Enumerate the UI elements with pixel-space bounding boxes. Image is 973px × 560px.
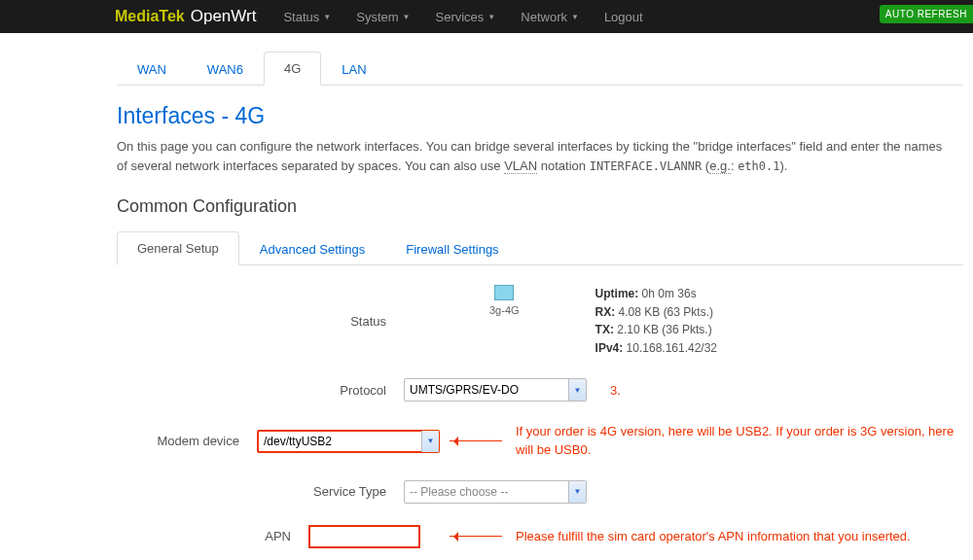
subtab-firewall[interactable]: Firewall Settings: [385, 232, 519, 265]
row-status: Status 3g-4G Uptime: 0h 0m 36s RX: 4.08 …: [117, 285, 963, 357]
nav-services[interactable]: Services▼: [436, 10, 496, 24]
nav-logout[interactable]: Logout: [604, 10, 643, 24]
page-description: On this page you can configure the netwo…: [117, 137, 954, 175]
brand-openwrt: OpenWrt: [191, 7, 257, 26]
service-select[interactable]: -- Please choose --: [404, 480, 587, 504]
label-protocol: Protocol: [117, 383, 404, 398]
section-heading: Common Configuration: [117, 196, 963, 217]
abbr-eg: e.g.: [709, 158, 731, 174]
protocol-select[interactable]: UMTS/GPRS/EV-DO: [404, 378, 587, 402]
label-apn: APN: [117, 529, 308, 543]
page-title: Interfaces - 4G: [117, 103, 963, 129]
chevron-down-icon: ▼: [403, 13, 411, 21]
abbr-vlan: VLAN: [504, 158, 537, 174]
chevron-down-icon: ▼: [571, 13, 579, 21]
row-apn: APN Please fulfill the sim card operator…: [117, 525, 963, 548]
top-navbar: MediaTek OpenWrt Status▼ System▼ Service…: [0, 0, 973, 33]
interface-tabs: WAN WAN6 4G LAN: [117, 51, 963, 86]
tab-lan[interactable]: LAN: [321, 52, 386, 86]
label-service: Service Type: [117, 484, 404, 499]
brand-mediatek: MediaTek: [115, 8, 185, 25]
network-device-icon: [494, 285, 514, 300]
label-modem: Modem device: [117, 434, 257, 448]
nav-system[interactable]: System▼: [356, 10, 410, 24]
annotation-apn: Please fulfill the sim card operator's A…: [516, 528, 963, 545]
auto-refresh-badge[interactable]: AUTO REFRESH: [880, 5, 973, 23]
nav-network[interactable]: Network▼: [521, 10, 579, 24]
tab-wan6[interactable]: WAN6: [187, 52, 264, 86]
modem-select[interactable]: /dev/ttyUSB2: [257, 430, 440, 453]
apn-input[interactable]: [310, 527, 418, 546]
apn-highlight: [308, 525, 420, 548]
row-service: Service Type -- Please choose -- ▼: [117, 480, 963, 504]
config-subtabs: General Setup Advanced Settings Firewall…: [117, 230, 963, 265]
nav-status[interactable]: Status▼: [283, 10, 331, 24]
chevron-down-icon: ▼: [323, 13, 331, 21]
interface-icon: 3g-4G: [489, 285, 520, 316]
chevron-down-icon: ▼: [487, 13, 495, 21]
annotation-step: 3.: [610, 383, 621, 398]
subtab-advanced[interactable]: Advanced Settings: [239, 232, 385, 265]
page-content: WAN WAN6 4G LAN Interfaces - 4G On this …: [0, 33, 963, 548]
subtab-general[interactable]: General Setup: [117, 231, 239, 265]
annotation-modem: If your order is 4G version, here will b…: [516, 423, 963, 458]
tab-wan[interactable]: WAN: [117, 52, 187, 86]
row-protocol: Protocol UMTS/GPRS/EV-DO ▼ 3.: [117, 378, 963, 402]
arrow-left-icon: [450, 440, 502, 441]
row-modem: Modem device /dev/ttyUSB2 ▼ If your orde…: [117, 423, 963, 458]
arrow-left-icon: [450, 536, 502, 537]
interface-stats: Uptime: 0h 0m 36s RX: 4.08 KB (63 Pkts.)…: [595, 285, 717, 357]
tab-4g[interactable]: 4G: [264, 52, 321, 86]
label-status: Status: [117, 314, 404, 329]
